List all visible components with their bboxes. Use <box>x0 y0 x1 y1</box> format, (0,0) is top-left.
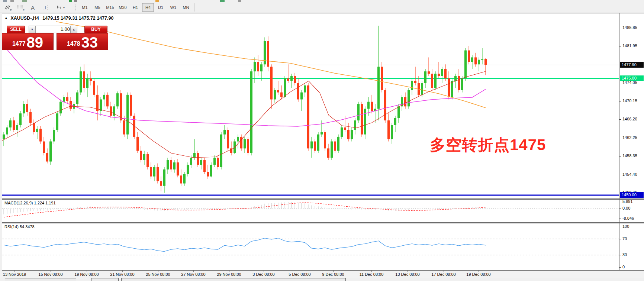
candle-body <box>354 120 356 130</box>
candle-body <box>3 135 5 139</box>
candle-body <box>277 90 279 92</box>
candle-body <box>300 93 303 100</box>
candle-body <box>471 57 473 62</box>
timeframe-button-m5[interactable]: M5 <box>91 3 103 12</box>
bottom-window-tab[interactable] <box>5 278 76 281</box>
macd-tick-label: 5.891 <box>622 199 644 204</box>
candle-body <box>337 137 339 151</box>
rsi-line <box>4 238 486 252</box>
price-axis: 1485.851481.951474.051470.151466.201462.… <box>619 13 644 270</box>
candle-body <box>183 174 186 183</box>
candle-body <box>254 62 256 71</box>
time-tick-label: 11 Dec 08:00 <box>360 272 384 277</box>
candle-body <box>310 142 313 149</box>
buy-button[interactable]: BUY <box>84 26 107 33</box>
candle-body <box>46 153 48 162</box>
candle-body <box>304 85 306 93</box>
bottom-window-tab[interactable] <box>121 278 346 281</box>
candle-body <box>391 125 393 139</box>
candle-body <box>297 83 299 100</box>
icon-subscript: F <box>23 9 25 12</box>
timeframe-button-m30[interactable]: M30 <box>117 3 129 12</box>
candle-body <box>177 162 179 175</box>
time-tick-label: 19 Nov 08:00 <box>74 272 99 277</box>
price-tick-label: 1481.95 <box>622 43 644 48</box>
price-badge-1477-90: 1477.90 <box>620 62 644 68</box>
candle-body <box>387 120 390 139</box>
candle-body <box>371 102 373 111</box>
candle-body <box>140 151 142 160</box>
candle-body <box>133 116 135 137</box>
collapse-arrow-icon[interactable]: ▲ <box>4 16 8 20</box>
candle-body <box>284 78 286 97</box>
timeframe-button-mn[interactable]: MN <box>180 3 192 12</box>
rsi-indicator-canvas[interactable] <box>2 223 619 270</box>
candle-body <box>287 78 289 81</box>
text-box-icon[interactable]: T <box>40 3 51 12</box>
candle-body <box>36 129 38 132</box>
timeframe-button-m15[interactable]: M15 <box>104 3 116 12</box>
price-tick-mark <box>619 175 621 175</box>
candle-body <box>123 120 125 135</box>
price-tick-label: 1466.20 <box>622 117 644 121</box>
timeframe-button-d1[interactable]: D1 <box>155 3 167 12</box>
candle-body <box>431 74 433 88</box>
price-tick-label: 1458.35 <box>622 154 644 158</box>
candle-body <box>280 93 283 97</box>
panel-separator[interactable] <box>2 222 644 223</box>
volume-increase-button[interactable]: ▲ <box>70 26 77 33</box>
candle-body <box>103 95 105 100</box>
chart-toolbar: E F A T ▾ M1M5M15M30H1H4D1W1MN <box>0 2 644 13</box>
macd-indicator-canvas[interactable] <box>2 200 619 222</box>
candle-body <box>146 154 149 167</box>
timeframe-button-h4[interactable]: H4 <box>142 3 154 12</box>
boxed-t-glyph: T <box>43 5 48 10</box>
candle-body <box>257 62 259 71</box>
macd-signal-line <box>4 203 486 217</box>
candle-body <box>357 104 360 120</box>
fibonacci-grid-icon[interactable]: F <box>15 3 25 12</box>
rsi-tick-label: 70 <box>622 236 644 241</box>
candle-body <box>207 172 209 177</box>
candle-body <box>120 93 122 120</box>
candle-body <box>66 97 68 101</box>
candle-body <box>464 51 467 78</box>
buy-price-quote[interactable]: 1478 33 <box>57 33 108 50</box>
candle-body <box>408 90 410 106</box>
time-tick-label: 21 Nov 08:00 <box>110 272 134 277</box>
candle-body <box>434 74 437 88</box>
candle-body <box>187 165 189 174</box>
candle-body <box>474 57 477 64</box>
candle-body <box>244 139 246 148</box>
chart-text-annotation[interactable]: 多空转折点1475 <box>430 135 546 155</box>
bottom-window-tab[interactable] <box>91 278 119 281</box>
sell-price-major: 1477 <box>12 38 26 49</box>
sell-price-quote[interactable]: 1477 89 <box>2 33 54 50</box>
candle-body <box>404 97 406 106</box>
candle-body <box>314 142 316 151</box>
toolbar-drag-handle[interactable] <box>73 4 75 11</box>
candle-body <box>197 153 199 165</box>
candle-body <box>110 106 112 116</box>
candle-body <box>361 104 363 135</box>
arrow-style-icon[interactable]: ▾ <box>53 3 68 12</box>
volume-decrease-button[interactable]: ▼ <box>29 26 36 33</box>
sell-button[interactable]: SELL <box>7 26 25 33</box>
one-click-trade-panel: SELL ▼ ▲ BUY 1477 89 1478 33 <box>2 22 107 49</box>
volume-input[interactable] <box>35 26 72 32</box>
timeframe-button-h1[interactable]: H1 <box>129 3 141 12</box>
arrows-glyph <box>56 4 62 10</box>
candle-body <box>49 142 52 162</box>
candle-body <box>484 59 487 65</box>
candle-body <box>384 90 386 120</box>
timeframe-button-m1[interactable]: M1 <box>79 3 91 12</box>
candle-body <box>13 120 15 130</box>
candle-body <box>213 158 216 165</box>
elliott-waves-icon[interactable]: E <box>2 3 13 12</box>
text-label-icon[interactable]: A <box>28 3 38 12</box>
timeframe-button-w1[interactable]: W1 <box>167 3 179 12</box>
symbol-name: XAUUSD-,H4 <box>10 16 39 21</box>
panel-separator[interactable] <box>2 198 644 198</box>
time-tick-label: 13 Nov 2019 <box>3 272 26 277</box>
candle-body <box>411 81 413 90</box>
